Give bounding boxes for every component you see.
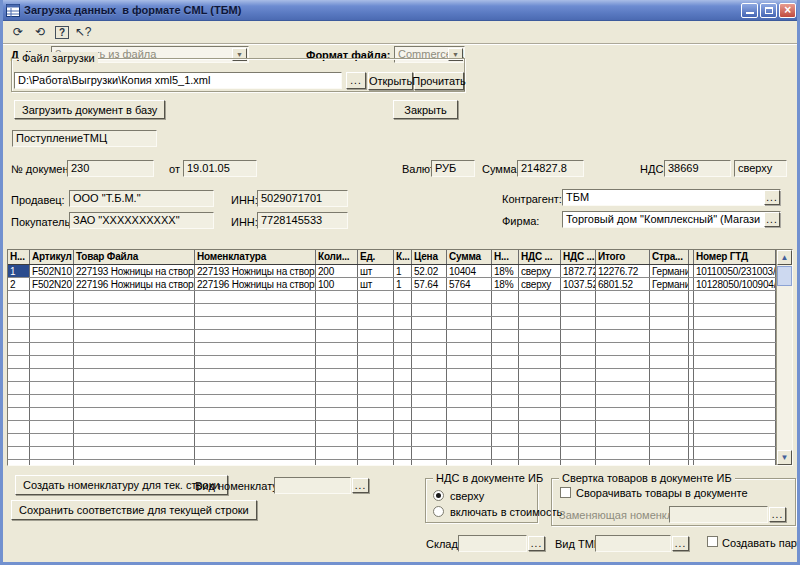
grid-cell[interactable] (519, 369, 561, 381)
grid-cell[interactable] (412, 291, 447, 303)
grid-cell[interactable] (650, 447, 689, 459)
grid-cell[interactable]: Германия (650, 265, 689, 277)
grid-cell[interactable] (519, 408, 561, 420)
grid-cell[interactable] (8, 343, 30, 355)
grid-cell[interactable] (694, 343, 776, 355)
grid-cell[interactable] (30, 460, 74, 465)
help-icon[interactable]: ? (52, 23, 72, 41)
grid-cell[interactable] (412, 434, 447, 446)
vertical-scrollbar[interactable]: ▲ ▼ (776, 250, 792, 465)
radio-vat-include[interactable] (433, 506, 444, 517)
grid-cell[interactable] (447, 369, 492, 381)
grid-cell[interactable] (30, 369, 74, 381)
column-header[interactable]: Сумма (447, 250, 492, 264)
grid-cell[interactable]: сверху (519, 265, 561, 277)
column-header[interactable]: Коли... (316, 250, 358, 264)
scroll-thumb[interactable] (777, 266, 792, 286)
load-icon[interactable]: ⟳ (8, 23, 28, 41)
grid-cell[interactable] (650, 304, 689, 316)
grid-cell[interactable] (694, 434, 776, 446)
grid-cell[interactable] (74, 408, 195, 420)
grid-cell[interactable] (596, 330, 650, 342)
grid-cell[interactable] (8, 434, 30, 446)
grid-cell[interactable] (561, 291, 596, 303)
grid-cell[interactable]: 2 (8, 278, 30, 290)
open-button[interactable]: Открыть (368, 72, 413, 90)
grid-cell[interactable] (492, 343, 519, 355)
grid-cell[interactable]: 57.64 (412, 278, 447, 290)
grid-cell[interactable] (447, 395, 492, 407)
context-help-icon[interactable]: ↖? (73, 23, 93, 41)
grid-cell[interactable] (30, 291, 74, 303)
read-button[interactable]: Прочитать (414, 72, 464, 90)
grid-cell[interactable] (596, 356, 650, 368)
grid-cell[interactable] (195, 356, 316, 368)
grid-cell[interactable] (561, 317, 596, 329)
grid-cell[interactable] (74, 356, 195, 368)
grid-cell[interactable] (30, 395, 74, 407)
grid-cell[interactable] (195, 395, 316, 407)
grid-cell[interactable] (519, 291, 561, 303)
grid-cell[interactable] (596, 291, 650, 303)
grid-cell[interactable] (650, 369, 689, 381)
grid-cell[interactable] (650, 395, 689, 407)
grid-cell[interactable] (195, 408, 316, 420)
seller-inn-input[interactable]: 5029071701 (257, 190, 348, 207)
grid-cell[interactable] (316, 395, 358, 407)
grid-cell[interactable] (596, 382, 650, 394)
grid-cell[interactable] (316, 421, 358, 433)
grid-cell[interactable] (492, 382, 519, 394)
column-header[interactable]: К... (394, 250, 412, 264)
grid-cell[interactable] (694, 395, 776, 407)
grid-cell[interactable] (74, 382, 195, 394)
grid-cell[interactable] (394, 382, 412, 394)
scroll-down-icon[interactable]: ▼ (777, 450, 792, 465)
grid-cell[interactable]: 1 (394, 278, 412, 290)
grid-cell[interactable]: Германия (650, 278, 689, 290)
grid-cell[interactable] (8, 317, 30, 329)
grid-cell[interactable] (412, 395, 447, 407)
grid-cell[interactable] (519, 434, 561, 446)
grid-cell[interactable] (596, 317, 650, 329)
vat-mode-input[interactable]: сверху (734, 160, 787, 177)
grid-cell[interactable] (30, 304, 74, 316)
grid-cell[interactable] (412, 447, 447, 459)
grid-cell[interactable] (492, 447, 519, 459)
grid-cell[interactable] (694, 369, 776, 381)
file-browse-button[interactable]: ... (346, 72, 366, 89)
grid-cell[interactable]: 200 (316, 265, 358, 277)
replace-nomenclature-input[interactable] (669, 506, 768, 523)
grid-cell[interactable] (74, 434, 195, 446)
grid-cell[interactable] (519, 421, 561, 433)
radio-vat-top[interactable] (433, 490, 444, 501)
file-path-input[interactable]: D:\Работа\Выгрузки\Копия xml5_1.xml (14, 72, 342, 89)
grid-cell[interactable] (492, 408, 519, 420)
column-header[interactable]: Номер ГТД (694, 250, 776, 264)
grid-cell[interactable] (561, 421, 596, 433)
scroll-up-icon[interactable]: ▲ (777, 250, 792, 265)
column-header[interactable]: Н... (492, 250, 519, 264)
grid-cell[interactable] (358, 382, 394, 394)
grid-cell[interactable] (519, 460, 561, 465)
grid-cell[interactable]: 227193 Ножницы на створке 31 (195, 265, 316, 277)
grid-cell[interactable] (316, 304, 358, 316)
grid-cell[interactable] (694, 330, 776, 342)
grid-cell[interactable] (316, 330, 358, 342)
grid-cell[interactable] (358, 369, 394, 381)
grid-cell[interactable] (519, 356, 561, 368)
grid-cell[interactable] (650, 330, 689, 342)
grid-cell[interactable] (195, 369, 316, 381)
grid-cell[interactable] (74, 330, 195, 342)
grid-cell[interactable] (74, 369, 195, 381)
grid-cell[interactable] (358, 304, 394, 316)
grid-cell[interactable] (74, 343, 195, 355)
buyer-input[interactable]: ЗАО "ХХХХХХХХХХ" (69, 212, 214, 229)
grid-cell[interactable] (694, 460, 776, 465)
grid-cell[interactable]: 1 (394, 265, 412, 277)
grid-cell[interactable] (650, 291, 689, 303)
grid-cell[interactable] (412, 408, 447, 420)
grid-cell[interactable] (394, 421, 412, 433)
grid-cell[interactable] (412, 317, 447, 329)
grid-cell[interactable] (519, 447, 561, 459)
grid-cell[interactable] (650, 408, 689, 420)
